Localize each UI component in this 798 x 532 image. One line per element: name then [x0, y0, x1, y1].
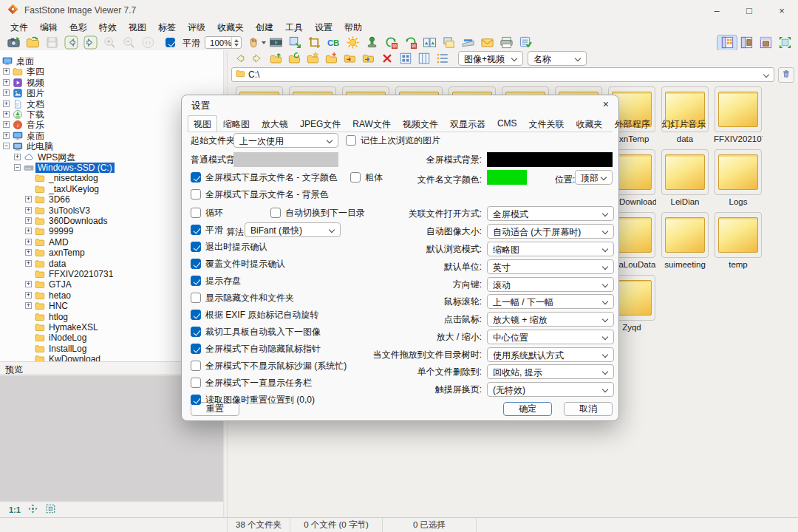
menu-item-8[interactable]: 创建: [250, 21, 279, 35]
import-photos-button[interactable]: [4, 35, 23, 50]
fullscreen-bg-swatch[interactable]: [487, 152, 613, 167]
zoom-out-button[interactable]: [119, 35, 138, 50]
fullscreen-window-button[interactable]: [756, 35, 775, 50]
option-checkbox[interactable]: 显示隐藏文件和文件夹: [191, 293, 294, 303]
dialog-tab-1[interactable]: 缩略图: [217, 115, 256, 132]
folder-tile[interactable]: temp: [714, 212, 763, 269]
expand-toggle[interactable]: +: [14, 154, 21, 160]
expand-toggle[interactable]: +: [25, 228, 32, 234]
checkbox-box[interactable]: [191, 293, 201, 303]
delete-button[interactable]: [378, 51, 396, 66]
smooth-checkbox[interactable]: 平滑: [191, 225, 223, 235]
compare-button[interactable]: [420, 35, 439, 50]
clone-stamp-button[interactable]: [362, 35, 381, 50]
setting-dropdown[interactable]: 英寸: [487, 259, 614, 274]
scan-button[interactable]: [458, 35, 477, 50]
filename-bg-checkbox[interactable]: 全屏模式下显示文件名 - 背景色: [191, 189, 329, 200]
detail-view-button[interactable]: [415, 51, 433, 66]
hand-tool-button[interactable]: [247, 35, 266, 50]
expand-toggle[interactable]: +: [3, 100, 10, 107]
algorithm-dropdown[interactable]: BiFant (最快): [245, 222, 341, 237]
dialog-close-button[interactable]: ×: [603, 98, 609, 110]
option-checkbox[interactable]: 退出时提示确认: [191, 242, 267, 252]
expand-toggle[interactable]: +: [25, 239, 32, 245]
minimize-button[interactable]: –: [700, 0, 733, 21]
expand-toggle[interactable]: +: [25, 249, 32, 256]
start-folder-dropdown[interactable]: 上一次使用: [233, 133, 338, 148]
cancel-button[interactable]: 取消: [564, 402, 613, 416]
fit-icon[interactable]: [45, 503, 56, 516]
viewer-window-button[interactable]: [737, 35, 756, 50]
expand-toggle[interactable]: +: [3, 79, 10, 86]
lighting-button[interactable]: [343, 35, 362, 50]
setting-dropdown[interactable]: 中心位置: [487, 330, 614, 344]
previous-image-button[interactable]: [61, 35, 81, 50]
expand-toggle[interactable]: +: [25, 217, 32, 224]
dialog-tab-2[interactable]: 放大镜: [256, 115, 294, 132]
checkbox-box[interactable]: [191, 310, 201, 320]
pan-icon[interactable]: [27, 503, 38, 516]
setting-dropdown[interactable]: 上一幅 / 下一幅: [487, 294, 614, 309]
thumbnail-view-button[interactable]: [397, 51, 415, 66]
option-checkbox[interactable]: 提示存盘: [191, 276, 241, 286]
fullscreen-button[interactable]: [775, 35, 794, 50]
menu-item-10[interactable]: 设置: [309, 21, 338, 35]
next-image-button[interactable]: [81, 35, 100, 50]
filename-color-swatch[interactable]: [487, 170, 527, 185]
setting-dropdown[interactable]: 回收站, 提示: [487, 364, 614, 379]
option-checkbox[interactable]: 覆盖文件时提示确认: [191, 259, 285, 269]
open-folder-button[interactable]: [23, 35, 42, 50]
checkbox-box[interactable]: [191, 189, 201, 200]
checkbox-box[interactable]: [191, 395, 201, 405]
copy-move-button[interactable]: [439, 35, 458, 50]
expand-toggle[interactable]: +: [25, 207, 32, 214]
setting-dropdown[interactable]: 自动适合 (大于屏幕时): [487, 224, 614, 239]
setting-dropdown[interactable]: 全屏模式: [487, 206, 614, 221]
checkbox-box[interactable]: [191, 361, 201, 371]
dialog-tab-9[interactable]: 收藏夹: [570, 115, 609, 132]
checkbox-box[interactable]: [191, 172, 201, 183]
address-chevron-icon[interactable]: [763, 72, 769, 78]
ok-button[interactable]: 确定: [503, 402, 552, 416]
checkbox-box[interactable]: [270, 208, 281, 218]
expand-toggle[interactable]: +: [3, 68, 10, 75]
zoom-in-button[interactable]: [100, 35, 119, 50]
checkbox-box[interactable]: [346, 135, 356, 146]
maximize-button[interactable]: □: [733, 0, 765, 21]
tree-item[interactable]: +李四: [0, 66, 223, 77]
collapse-toggle[interactable]: −: [3, 143, 10, 149]
refresh-folder-button[interactable]: [286, 51, 304, 66]
expand-toggle[interactable]: +: [25, 260, 32, 267]
loop-checkbox[interactable]: 循环: [191, 208, 223, 218]
menu-item-6[interactable]: 评级: [182, 21, 211, 35]
print-button[interactable]: [497, 35, 516, 50]
expand-toggle[interactable]: +: [3, 121, 10, 128]
back-button[interactable]: [231, 51, 248, 66]
setting-dropdown[interactable]: 使用系统默认方式: [487, 347, 614, 362]
checkbox-box[interactable]: [191, 259, 201, 269]
menu-item-5[interactable]: 标签: [152, 21, 182, 35]
expand-toggle[interactable]: +: [3, 111, 10, 117]
normal-bg-swatch[interactable]: [233, 152, 338, 167]
dialog-tab-8[interactable]: 文件关联: [523, 115, 570, 132]
option-checkbox[interactable]: 裁切工具板自动载入下一图像: [191, 327, 321, 337]
crop-button[interactable]: [304, 35, 324, 50]
position-dropdown[interactable]: 顶部: [575, 170, 613, 185]
actual-size-button[interactable]: 1:1: [138, 35, 157, 50]
menu-item-2[interactable]: 色彩: [64, 21, 93, 35]
checkbox-box[interactable]: [191, 225, 201, 235]
dialog-tab-3[interactable]: JPEG文件: [294, 115, 347, 132]
zoom-spinner[interactable]: [231, 37, 241, 48]
remember-checkbox[interactable]: 记住上次浏览的图片: [346, 135, 440, 146]
smooth-checkbox[interactable]: 平滑: [166, 38, 200, 48]
list-view-button[interactable]: [434, 51, 451, 66]
option-checkbox[interactable]: 全屏模式下一直显示任务栏: [191, 378, 312, 388]
settings-button[interactable]: [516, 35, 535, 50]
rotate-left-button[interactable]: 90: [381, 35, 400, 50]
expand-toggle[interactable]: +: [25, 196, 32, 202]
dialog-tab-5[interactable]: 视频文件: [397, 115, 444, 132]
setting-dropdown[interactable]: 滚动: [487, 277, 614, 292]
expand-toggle[interactable]: +: [25, 281, 32, 287]
option-checkbox[interactable]: 读取图像时重置位置到 (0,0): [191, 395, 315, 405]
up-folder-button[interactable]: [267, 51, 285, 66]
